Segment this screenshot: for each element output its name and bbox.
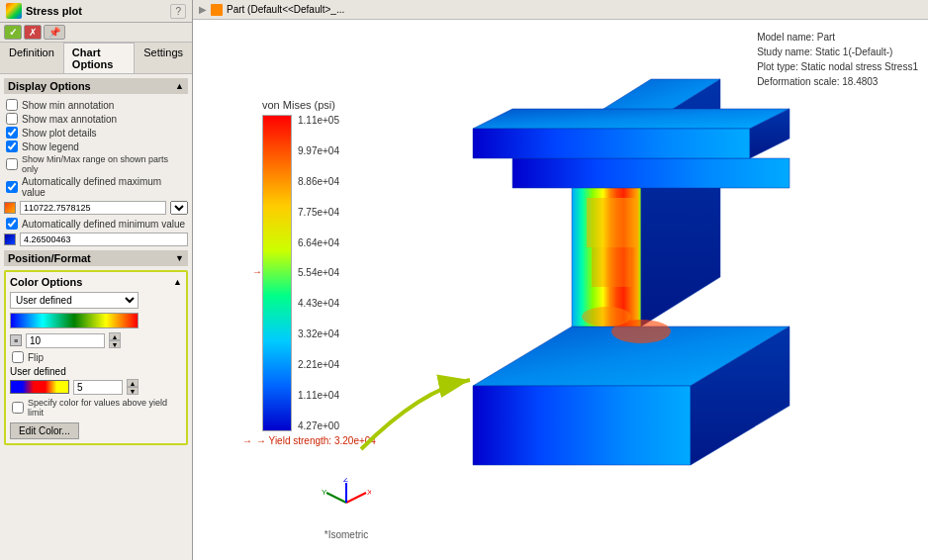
svg-marker-7 — [473, 109, 789, 129]
legend-val-0: 1.11e+05 — [298, 115, 339, 126]
color-type-dropdown[interactable]: User defined Continuous Discrete — [10, 292, 139, 309]
max-color-icon — [4, 202, 16, 214]
svg-marker-8 — [473, 129, 750, 158]
min-color-icon — [4, 233, 16, 245]
legend-val-10: 4.27e+00 — [298, 420, 339, 431]
legend-title: von Mises (psi) — [262, 99, 335, 111]
svg-marker-1 — [473, 386, 691, 465]
svg-text:Y: Y — [322, 488, 327, 497]
count-row: ≡ ▲ ▼ — [10, 332, 182, 348]
legend-val-4: 6.64e+04 — [298, 237, 339, 248]
tab-chart-options[interactable]: Chart Options — [63, 43, 135, 73]
cancel-button[interactable]: ✗ — [24, 25, 42, 40]
max-value-row: ▼ — [4, 201, 188, 215]
model-3d — [414, 49, 888, 505]
count-down[interactable]: ▼ — [109, 340, 121, 348]
show-plot-checkbox[interactable] — [6, 127, 18, 139]
user-count-up[interactable]: ▲ — [127, 379, 139, 387]
max-value-input[interactable] — [20, 201, 166, 215]
display-options-content: Show min annotation Show max annotation … — [4, 98, 188, 246]
axes-label: *Isometric — [322, 529, 371, 540]
svg-line-15 — [326, 493, 346, 503]
legend-val-9: 1.11e+04 — [298, 390, 339, 401]
svg-point-11 — [582, 307, 631, 327]
svg-marker-12 — [587, 198, 636, 247]
model-svg — [414, 49, 888, 505]
legend-bar-container: 1.11e+05 9.97e+04 8.86e+04 7.75e+04 6.64… — [262, 115, 339, 431]
axes-svg: X Y Z — [322, 478, 371, 527]
user-color-row: ▲ ▼ — [10, 379, 182, 395]
yield-row: Specify color for values above yield lim… — [10, 397, 182, 419]
flip-label: Flip — [28, 352, 44, 363]
edit-color-button[interactable]: Edit Color... — [10, 422, 79, 439]
auto-max-label: Automatically defined maximum value — [22, 176, 186, 198]
yield-label: Specify color for values above yield lim… — [28, 398, 180, 418]
legend-val-3: 7.75e+04 — [298, 207, 339, 218]
user-count-down[interactable]: ▼ — [127, 387, 139, 395]
show-minmax-checkbox[interactable] — [6, 158, 18, 170]
count-spinner[interactable]: ▲ ▼ — [109, 332, 121, 348]
info-button[interactable]: ? — [170, 4, 186, 19]
svg-line-14 — [346, 493, 366, 503]
user-defined-label: User defined — [10, 366, 182, 377]
color-options-box: Color Options ▲ User defined Continuous … — [4, 270, 188, 445]
breadcrumb-text: Part (Default<<Default>_... — [227, 4, 344, 15]
count-input[interactable] — [26, 333, 105, 348]
panel-title: Stress plot — [6, 3, 82, 19]
ok-button[interactable]: ✓ — [4, 25, 22, 40]
position-format-arrow: ▼ — [175, 253, 184, 263]
display-options-header[interactable]: Display Options ▲ — [4, 78, 188, 94]
flip-checkbox[interactable] — [12, 351, 24, 363]
legend-val-8: 2.21e+04 — [298, 359, 339, 370]
auto-min-checkbox[interactable] — [6, 218, 18, 230]
green-arrow-svg — [351, 370, 480, 459]
panel-header: Stress plot ? — [0, 0, 192, 23]
min-value-input[interactable] — [20, 233, 188, 246]
user-color-strip — [10, 380, 69, 394]
yield-marker: → — [252, 265, 262, 277]
stress-plot-icon — [6, 3, 22, 19]
user-count-input[interactable] — [73, 380, 123, 395]
pin-button[interactable]: 📌 — [44, 25, 65, 40]
tab-definition[interactable]: Definition — [0, 43, 63, 73]
yield-checkbox[interactable] — [12, 402, 24, 414]
user-count-spinner[interactable]: ▲ ▼ — [127, 379, 139, 395]
show-legend-label: Show legend — [22, 141, 79, 152]
panel-content: Display Options ▲ Show min annotation Sh… — [0, 74, 192, 560]
svg-text:Z: Z — [343, 478, 348, 484]
legend-val-5: 5.54e+04 — [298, 267, 339, 278]
panel-toolbar: ✓ ✗ 📌 — [0, 23, 192, 43]
show-max-row: Show max annotation — [4, 112, 188, 126]
coordinate-axes: X Y Z *Isometric — [322, 478, 371, 540]
panel-title-text: Stress plot — [26, 5, 82, 17]
auto-min-row: Automatically defined minimum value — [4, 217, 188, 231]
auto-max-checkbox[interactable] — [6, 181, 18, 193]
color-options-arrow: ▲ — [173, 277, 182, 287]
legend-bar — [262, 115, 292, 431]
arrow-annotation — [351, 370, 480, 461]
left-panel: Stress plot ? ✓ ✗ 📌 Definition Chart Opt… — [0, 0, 193, 560]
display-options-title: Display Options — [8, 80, 91, 92]
show-legend-checkbox[interactable] — [6, 140, 18, 152]
svg-text:X: X — [367, 488, 371, 497]
count-up[interactable]: ▲ — [109, 332, 121, 340]
show-plot-row: Show plot details — [4, 126, 188, 140]
tab-settings[interactable]: Settings — [135, 43, 192, 73]
show-min-checkbox[interactable] — [6, 99, 18, 111]
position-format-header[interactable]: Position/Format ▼ — [4, 250, 188, 266]
show-legend-row: Show legend — [4, 140, 188, 153]
svg-marker-13 — [592, 247, 631, 287]
show-max-checkbox[interactable] — [6, 113, 18, 125]
legend-val-1: 9.97e+04 — [298, 145, 339, 156]
max-unit-select[interactable]: ▼ — [170, 201, 188, 215]
show-max-label: Show max annotation — [22, 114, 117, 125]
legend-val-6: 4.43e+04 — [298, 298, 339, 309]
show-plot-label: Show plot details — [22, 128, 97, 139]
viz-header: ▶ Part (Default<<Default>_... — [193, 0, 928, 20]
viz-area: Model name: Part Study name: Static 1(-D… — [193, 20, 928, 560]
legend-val-7: 3.32e+04 — [298, 328, 339, 339]
auto-max-row: Automatically defined maximum value — [4, 175, 188, 199]
count-icon: ≡ — [10, 334, 22, 346]
color-legend: von Mises (psi) 1.11e+05 9.97e+04 8.86e+… — [262, 99, 339, 277]
color-options-header[interactable]: Color Options ▲ — [10, 276, 182, 288]
